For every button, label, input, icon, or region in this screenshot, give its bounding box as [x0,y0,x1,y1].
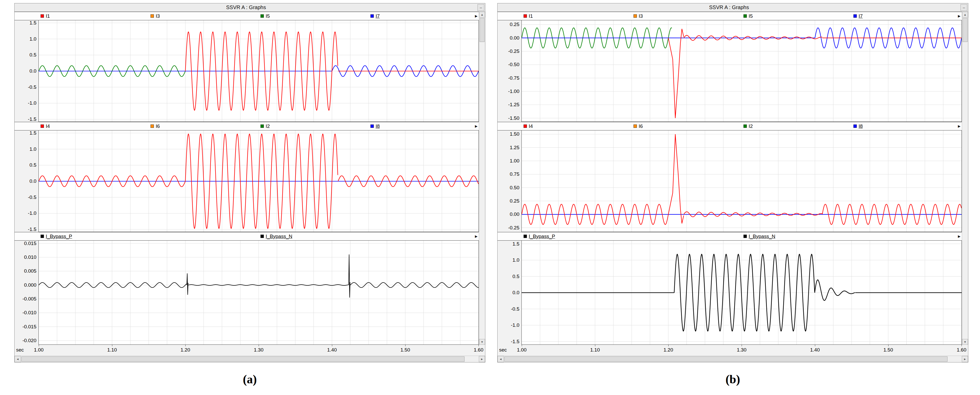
y-tick-label: 0.005 [24,268,37,274]
scroll-right-button[interactable]: ► [962,356,968,362]
legend-label: I8 [375,123,380,129]
legend-expand-icon[interactable]: ▶ [958,14,961,18]
legend-item-i_bypass_p[interactable]: I_Bypass_P [523,232,555,240]
legend-item-i_bypass_p[interactable]: I_Bypass_P [41,232,72,240]
x-tick-label: 1.10 [590,347,600,353]
legend-item-i7[interactable]: I7 [371,12,380,20]
horizontal-scrollbar-track[interactable] [21,357,478,362]
frame-collapse-button[interactable]: – [961,4,967,11]
y-tick-label: -1.0 [28,210,37,216]
x-tick-label: 1.50 [401,347,410,353]
legend-swatch-icon [151,14,154,18]
scroll-up-button[interactable]: ▲ [479,12,485,18]
vertical-scrollbar-track[interactable] [962,42,968,339]
frame-collapse-button[interactable]: – [477,4,484,11]
horizontal-scrollbar-thumb[interactable] [504,357,948,362]
legend-item-i1[interactable]: I1 [41,12,50,20]
x-axis: sec1.001.101.201.301.401.501.60 [14,345,485,356]
y-axis-labels: 1.501.251.000.750.500.250.00-0.25 [498,130,522,232]
plot-canvas-graph-1[interactable] [38,20,479,122]
scroll-down-button[interactable]: ▼ [479,339,485,345]
x-tick-mark [522,345,522,346]
legend-label: I7 [375,13,380,19]
scroll-left-button[interactable]: ◄ [498,356,504,362]
legend-label: I1 [529,13,533,19]
plot-canvas-graph-3[interactable] [38,241,479,345]
y-tick-label: -1.0 [28,100,37,106]
plot-canvas-graph-2[interactable] [522,130,962,232]
legend-expand-icon[interactable]: ▶ [958,234,961,238]
vertical-scrollbar-thumb[interactable] [480,18,485,42]
legend-expand-icon[interactable]: ▶ [958,124,961,128]
subfigure-a: SSVR A : Graphs – I1I3I5I7▶1.51.00.50.0-… [14,3,485,386]
window-title: SSVR A : Graphs [498,3,961,11]
legend-label: I3 [156,13,160,19]
legend-item-i3[interactable]: I3 [151,12,160,20]
y-tick-label: 0.0 [512,290,519,296]
scroll-up-button[interactable]: ▲ [962,12,968,18]
legend-item-i4[interactable]: I4 [523,122,533,130]
figure: SSVR A : Graphs – I1I3I5I7▶1.51.00.50.0-… [0,0,980,386]
plot-canvas-graph-2[interactable] [38,130,479,232]
plot-svg [522,241,961,345]
y-axis-labels: 0.250.00-0.25-0.50-0.75-1.00-1.25-1.50 [498,20,522,122]
vertical-scrollbar-thumb[interactable] [963,18,967,42]
vertical-scrollbar-track[interactable] [479,42,485,339]
scroll-down-button[interactable]: ▼ [962,339,968,345]
scroll-left-button[interactable]: ◄ [14,356,21,362]
y-tick-label: 0.75 [510,171,519,177]
legend-expand-icon[interactable]: ▶ [475,14,477,18]
x-tick-mark [405,345,406,346]
legend-item-i6[interactable]: I6 [151,122,160,130]
legend-item-i2[interactable]: I2 [261,122,270,130]
x-tick-label: 1.10 [107,347,117,353]
pscad-graph-window-a: SSVR A : Graphs – I1I3I5I7▶1.51.00.50.0-… [14,3,485,363]
y-tick-label: -0.015 [22,324,37,329]
x-tick-label: 1.50 [883,347,893,353]
legend-item-i2[interactable]: I2 [743,122,753,130]
plots-column: I1I3I5I7▶1.51.00.50.0-0.5-1.0-1.5I4I6I2I… [14,12,479,345]
legend-item-i5[interactable]: I5 [261,12,270,20]
y-tick-label: -0.010 [22,310,37,316]
plot-canvas-graph-3[interactable] [522,241,962,345]
window-header: SSVR A : Graphs – [14,3,485,12]
legend-item-i8[interactable]: I8 [853,122,863,130]
graphs-body: I1I3I5I7▶0.250.00-0.25-0.50-0.75-1.00-1.… [498,12,968,345]
x-axis-unit-label: sec [499,347,507,353]
plot-canvas-graph-1[interactable] [522,20,962,122]
legend-expand-icon[interactable]: ▶ [475,124,477,128]
legend-bar-graph-1: I1I3I5I7▶ [14,12,479,20]
horizontal-scrollbar[interactable]: ◄ ► [14,356,485,362]
y-tick-label: 0.25 [510,198,519,204]
legend-item-i6[interactable]: I6 [633,122,643,130]
legend-label: I_Bypass_N [749,233,775,239]
y-tick-label: -1.0 [511,322,519,328]
legend-label: I2 [749,123,753,129]
y-tick-label: 1.0 [30,36,37,42]
legend-swatch-icon [523,125,527,128]
legend-expand-icon[interactable]: ▶ [475,234,477,238]
y-tick-label: 0.50 [510,185,519,190]
horizontal-scrollbar-thumb[interactable] [21,357,465,362]
y-tick-label: -0.25 [508,48,519,54]
legend-item-i4[interactable]: I4 [41,122,50,130]
legend-item-i3[interactable]: I3 [633,12,643,20]
legend-label: I_Bypass_P [529,233,555,239]
legend-item-i1[interactable]: I1 [523,12,533,20]
plot-row-graph-2: 1.51.00.50.0-0.5-1.0-1.5 [14,130,479,232]
scroll-right-button[interactable]: ► [479,356,485,362]
horizontal-scrollbar-track[interactable] [504,357,961,362]
legend-item-i8[interactable]: I8 [371,122,380,130]
x-tick-label: 1.30 [254,347,264,353]
legend-swatch-icon [41,125,44,128]
vertical-scrollbar[interactable]: ▲ ▼ [479,12,485,345]
horizontal-scrollbar[interactable]: ◄ ► [498,356,968,362]
x-tick-mark [815,345,815,346]
legend-bar-graph-2: I4I6I2I8▶ [14,122,479,130]
y-tick-label: -1.5 [28,117,37,122]
legend-item-i5[interactable]: I5 [743,12,753,20]
vertical-scrollbar[interactable]: ▲ ▼ [962,12,968,345]
legend-item-i7[interactable]: I7 [853,12,863,20]
legend-item-i_bypass_n[interactable]: I_Bypass_N [261,232,292,240]
legend-item-i_bypass_n[interactable]: I_Bypass_N [743,232,775,240]
